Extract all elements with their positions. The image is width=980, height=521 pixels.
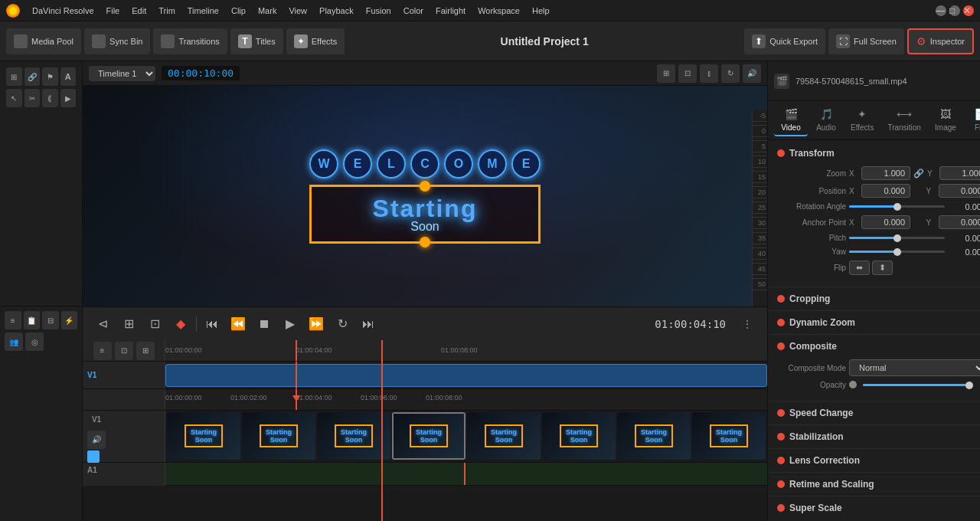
full-screen-button[interactable]: ⛶ Full Screen xyxy=(828,28,904,54)
audio-content[interactable] xyxy=(165,463,767,486)
timeline-selector[interactable]: Timeline 1 xyxy=(89,66,155,81)
preview-fit-icon[interactable]: ⊡ xyxy=(678,64,697,83)
tool-audio-meter[interactable]: ≡ xyxy=(5,311,21,329)
position-x-input[interactable] xyxy=(861,184,910,198)
flip-v-button[interactable]: ⬍ xyxy=(872,260,893,275)
quick-export-button[interactable]: ⬆ Quick Export xyxy=(744,28,825,54)
menu-mark[interactable]: Mark xyxy=(252,5,283,17)
composite-header[interactable]: Composite ▲ ↺ xyxy=(768,336,980,356)
rotation-slider[interactable] xyxy=(849,205,945,208)
play-button[interactable]: ▶ xyxy=(279,313,301,335)
preview-volume-icon[interactable]: 🔊 xyxy=(743,64,761,83)
maximize-button[interactable]: □ xyxy=(949,5,960,16)
pitch-slider[interactable] xyxy=(849,237,945,239)
zoom-link-icon[interactable]: 🔗 xyxy=(913,169,924,179)
tool-a[interactable]: A xyxy=(60,67,77,86)
stop-button[interactable]: ⏹ xyxy=(253,313,275,335)
thumb-item-4[interactable]: StartingSoon xyxy=(392,412,466,460)
thumb-item-1[interactable]: StartingSoon xyxy=(167,412,240,460)
titles-button[interactable]: T Titles xyxy=(230,28,283,54)
tl-eye-btn[interactable] xyxy=(87,451,100,463)
preview-split-icon[interactable]: ⫿ xyxy=(700,64,718,83)
menu-trim[interactable]: Trim xyxy=(152,5,181,17)
menu-timeline[interactable]: Timeline xyxy=(181,5,225,17)
opacity-slider-thumb[interactable] xyxy=(965,382,973,389)
super-scale-header[interactable]: Super Scale ▼ ↺ xyxy=(768,498,980,518)
go-end-button[interactable]: ⏭ xyxy=(358,313,379,335)
tool-match-frame[interactable]: ◎ xyxy=(25,333,44,351)
tool-timeline-view[interactable]: ⊟ xyxy=(42,311,59,329)
linked-button[interactable]: ⊡ xyxy=(144,313,165,335)
snap-button[interactable]: ⊞ xyxy=(118,313,139,335)
yaw-slider-thumb[interactable] xyxy=(893,248,901,256)
tl-tool-1[interactable]: ≡ xyxy=(93,342,112,360)
opacity-slider[interactable] xyxy=(863,384,969,386)
cropping-header[interactable]: Cropping ▼ ↺ xyxy=(768,289,980,309)
zoom-x-input[interactable]: 1.000 xyxy=(861,166,910,180)
dynamic-zoom-header[interactable]: Dynamic Zoom ▼ ↺ xyxy=(768,313,980,333)
preview-loop-icon[interactable]: ↻ xyxy=(721,64,740,83)
v1-clip-top[interactable] xyxy=(165,364,767,387)
tab-audio[interactable]: 🎵 Audio xyxy=(809,104,843,136)
minimize-button[interactable]: — xyxy=(936,5,946,16)
menu-clip[interactable]: Clip xyxy=(225,5,252,17)
loop-button[interactable]: ↻ xyxy=(332,313,353,335)
zoom-y-input[interactable]: 1.000 xyxy=(939,166,980,180)
tool-fx[interactable]: ⚡ xyxy=(61,311,78,329)
tool-snap[interactable]: ⊞ xyxy=(6,67,22,86)
retime-header[interactable]: Retime and Scaling ▼ ↺ xyxy=(768,474,980,494)
tl-tool-3[interactable]: ⊞ xyxy=(136,342,155,360)
preview-scope-icon[interactable]: ⊞ xyxy=(657,64,675,83)
yaw-slider[interactable] xyxy=(849,251,945,253)
tool-collab[interactable]: 👥 xyxy=(5,333,23,351)
menu-workspace[interactable]: Workspace xyxy=(472,5,526,17)
menu-fusion[interactable]: Fusion xyxy=(360,5,397,17)
menu-color[interactable]: Color xyxy=(397,5,430,17)
media-pool-button[interactable]: Media Pool xyxy=(6,28,81,54)
go-start-button[interactable]: ⏮ xyxy=(201,313,223,335)
thumb-item-7[interactable]: StartingSoon xyxy=(617,412,691,460)
menu-davinci[interactable]: DaVinci Resolve xyxy=(26,5,100,17)
menu-file[interactable]: File xyxy=(100,5,126,17)
tl-mute-btn[interactable]: 🔊 xyxy=(87,431,106,449)
fast-forward-button[interactable]: ⏩ xyxy=(305,313,327,335)
rewind-button[interactable]: ⏪ xyxy=(227,313,249,335)
menu-fairlight[interactable]: Fairlight xyxy=(430,5,472,17)
tab-image[interactable]: 🖼 Image xyxy=(929,104,962,136)
tab-file[interactable]: 📄 File xyxy=(964,104,980,136)
add-marker-button[interactable]: ◆ xyxy=(170,313,191,335)
speed-change-header[interactable]: Speed Change ▼ ↺ xyxy=(768,403,980,423)
tool-cut[interactable]: ✂ xyxy=(24,89,41,107)
lens-correction-header[interactable]: Lens Correction ▼ ↺ xyxy=(768,451,980,470)
tab-transition[interactable]: ⟷ Transition xyxy=(881,104,927,136)
menu-help[interactable]: Help xyxy=(526,5,556,17)
thumb-item-8[interactable]: StartingSoon xyxy=(692,412,766,460)
rotation-slider-thumb[interactable] xyxy=(893,203,901,211)
position-y-input[interactable] xyxy=(939,184,980,198)
anchor-x-input[interactable] xyxy=(861,215,910,229)
thumb-item-2[interactable]: StartingSoon xyxy=(242,412,315,460)
thumb-item-6[interactable]: StartingSoon xyxy=(542,412,616,460)
sync-bin-button[interactable]: Sync Bin xyxy=(84,28,150,54)
effects-button[interactable]: ✦ Effects xyxy=(286,28,345,54)
tool-select[interactable]: ↖ xyxy=(6,89,22,107)
tool-edit-index[interactable]: 📋 xyxy=(24,311,41,329)
flip-h-button[interactable]: ⬌ xyxy=(849,260,870,275)
tab-effects[interactable]: ✦ Effects xyxy=(844,104,880,136)
tool-razor[interactable]: ⟪ xyxy=(42,89,58,107)
menu-playback[interactable]: Playback xyxy=(313,5,360,17)
menu-edit[interactable]: Edit xyxy=(126,5,152,17)
overflow-button[interactable]: ⋮ xyxy=(737,313,758,335)
prev-edit-button[interactable]: ⊲ xyxy=(92,313,113,335)
anchor-y-input[interactable] xyxy=(939,215,980,229)
thumb-item-3[interactable]: StartingSoon xyxy=(317,412,390,460)
tab-video[interactable]: 🎬 Video xyxy=(774,104,808,136)
tool-arrow[interactable]: ▶ xyxy=(60,89,77,107)
v1-content-top[interactable] xyxy=(165,362,767,388)
tool-flag[interactable]: ⚑ xyxy=(42,67,58,86)
stabilization-header[interactable]: Stabilization ▼ ↺ xyxy=(768,427,980,447)
transform-header[interactable]: Transform ▲ ↺ xyxy=(768,143,980,163)
transitions-button[interactable]: Transitions xyxy=(153,28,227,54)
menu-view[interactable]: View xyxy=(283,5,313,17)
inspector-button[interactable]: ⚙ Inspector xyxy=(907,28,974,54)
